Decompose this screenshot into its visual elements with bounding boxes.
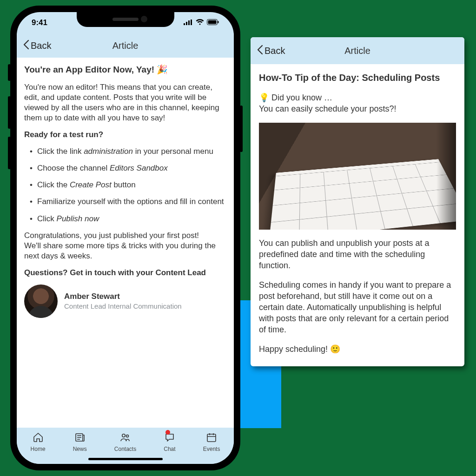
svg-rect-2 (188, 20, 190, 25)
card-nav-bar: Back Article (251, 37, 464, 64)
tab-home[interactable]: Home (31, 432, 46, 452)
tab-label: Events (203, 446, 220, 452)
step-item: Familiarize yourself with the options an… (24, 197, 226, 207)
card-lead: 💡 Did you know …You can easily schedule … (259, 93, 456, 115)
home-indicator[interactable] (88, 458, 163, 460)
card-p2: Scheduling comes in handy if you want to… (259, 280, 456, 336)
chevron-left-icon (22, 40, 30, 52)
status-time: 9:41 (32, 18, 47, 27)
battery-icon (207, 18, 219, 27)
notch (77, 12, 174, 27)
person-name: Amber Stewart (64, 291, 182, 302)
svg-rect-0 (184, 23, 185, 25)
tab-label: Chat (164, 446, 175, 452)
tab-label: Contacts (114, 446, 136, 452)
step-item: Click the link administration in your pe… (24, 146, 226, 157)
card-p3: Happy scheduling! 🙂 (259, 344, 456, 355)
article-questions: Questions? Get in touch with your Conten… (24, 268, 226, 278)
back-label: Back (264, 46, 285, 56)
tab-news[interactable]: News (73, 432, 87, 452)
article-title: You're an App Editor Now, Yay! 🎉 (24, 64, 226, 76)
tab-chat[interactable]: Chat (164, 432, 175, 452)
contact-person[interactable]: Amber Stewart Content Lead Internal Comm… (24, 284, 226, 318)
step-item: Click the Create Post button (24, 180, 226, 190)
article-card: Back Article How-To Tip of the Day: Sche… (251, 37, 464, 366)
article-content[interactable]: You're an App Editor Now, Yay! 🎉 You're … (17, 58, 234, 428)
tab-events[interactable]: Events (203, 432, 220, 452)
notification-badge (165, 430, 170, 435)
article-intro: You're now an editor! This means that yo… (24, 82, 226, 123)
step-item: Click Publish now (24, 214, 226, 224)
contacts-icon (119, 432, 131, 444)
avatar (24, 284, 58, 318)
wifi-icon (196, 18, 204, 27)
nav-bar: Back Article (17, 33, 234, 58)
tab-label: Home (31, 446, 46, 452)
article-subheading: Ready for a test run? (24, 130, 226, 140)
back-button[interactable]: Back (20, 37, 54, 55)
card-back-button[interactable]: Back (253, 42, 288, 60)
card-p1: You can publish and unpublish your posts… (259, 238, 456, 271)
svg-point-8 (122, 434, 125, 437)
card-title: How-To Tip of the Day: Scheduling Posts (259, 72, 456, 84)
svg-rect-1 (186, 22, 187, 25)
news-icon (74, 432, 86, 444)
article-outro: Congratulations, you just published your… (24, 231, 226, 261)
tab-contacts[interactable]: Contacts (114, 432, 136, 452)
svg-rect-5 (208, 20, 217, 24)
card-content[interactable]: How-To Tip of the Day: Scheduling Posts … (251, 64, 464, 366)
svg-rect-3 (191, 20, 192, 25)
phone-screen: 9:41 Back Article You're an App Editor N… (17, 12, 234, 464)
card-image (259, 123, 456, 230)
tab-label: News (73, 446, 87, 452)
svg-point-9 (126, 435, 129, 437)
events-icon (206, 432, 217, 444)
back-label: Back (31, 40, 51, 51)
article-steps: Click the link administration in your pe… (24, 146, 226, 224)
phone-frame: 9:41 Back Article You're an App Editor N… (10, 6, 240, 470)
chevron-left-icon (256, 45, 264, 57)
signal-icon (184, 18, 193, 27)
svg-rect-10 (207, 434, 216, 442)
person-role: Content Lead Internal Communication (64, 302, 182, 311)
svg-rect-6 (218, 21, 219, 23)
home-icon (33, 432, 44, 444)
step-item: Choose the channel Editors Sandbox (24, 163, 226, 173)
